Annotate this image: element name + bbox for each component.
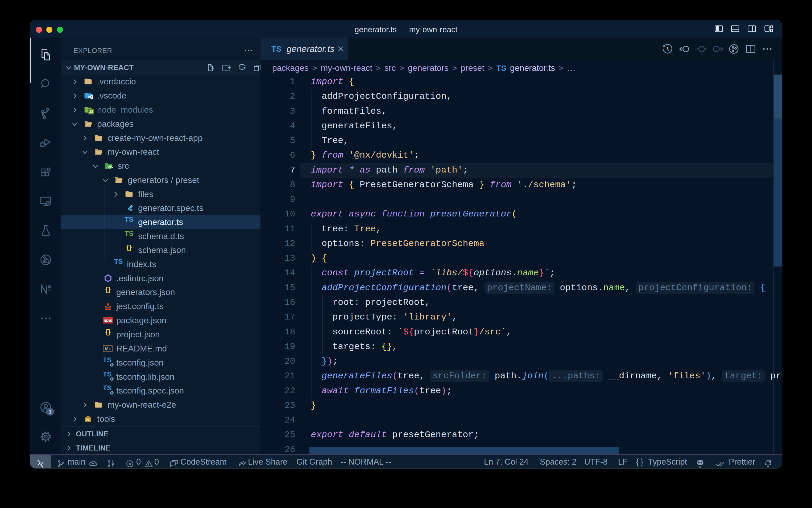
svg-text:TS: TS bbox=[129, 208, 133, 212]
